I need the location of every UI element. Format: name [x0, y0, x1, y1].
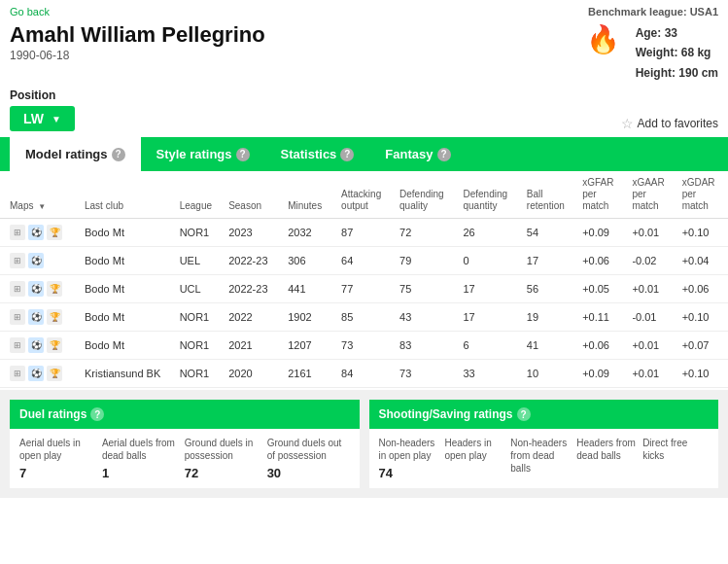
tab-statistics[interactable]: Statistics ?: [265, 137, 370, 171]
col-header-season: Season: [225, 171, 284, 219]
model-ratings-help-icon[interactable]: ?: [112, 148, 125, 161]
duel-stat-label: Ground duels out of possession: [267, 437, 350, 462]
shooting-ratings-card: Shooting/Saving ratings ? Non-headers in…: [369, 400, 719, 488]
duel-stat-col: Aerial duels in open play 7: [19, 437, 102, 480]
cell-xgfar: +0.06: [578, 332, 628, 360]
table-row[interactable]: ⊞ ⚽ 🏆 Bodo Mt NOR1 2023 2032 87 72 26 54…: [0, 219, 728, 247]
cell-minutes: 441: [284, 275, 337, 303]
col-header-attacking: Attacking output: [337, 171, 396, 219]
duel-stat-col: Ground duels out of possession 30: [267, 437, 350, 480]
benchmark-label: Benchmark league: USA1: [588, 6, 718, 18]
cell-attacking: 85: [337, 303, 396, 332]
cell-maps: ⊞ ⚽: [0, 247, 81, 275]
age-value: 33: [665, 26, 677, 40]
tab-model-ratings[interactable]: Model ratings ?: [10, 137, 141, 171]
shooting-stat-label: Direct free kicks: [642, 437, 709, 462]
cell-maps: ⊞ ⚽ 🏆: [0, 275, 81, 303]
cell-season: 2022-23: [225, 247, 284, 275]
duel-stat-label: Aerial duels in open play: [19, 437, 102, 462]
weight-value: 68 kg: [681, 46, 711, 59]
cell-defquantity: 17: [459, 303, 522, 332]
cell-xgdar: +0.07: [678, 332, 728, 360]
cell-xgdar: +0.06: [678, 275, 728, 303]
extra-icon: 🏆: [47, 366, 62, 381]
duel-stat-value: 1: [102, 466, 185, 480]
table-row[interactable]: ⊞ ⚽ 🏆 Bodo Mt UCL 2022-23 441 77 75 17 5…: [0, 275, 728, 303]
cell-attacking: 84: [337, 360, 396, 388]
col-header-xgaar: xGAAR per match: [628, 171, 677, 219]
table-row[interactable]: ⊞ ⚽ 🏆 Bodo Mt NOR1 2022 1902 85 43 17 19…: [0, 303, 728, 332]
cell-minutes: 1207: [284, 332, 337, 360]
col-header-defquality: Defending quality: [396, 171, 459, 219]
tab-model-ratings-label: Model ratings: [25, 147, 108, 161]
tab-fantasy[interactable]: Fantasy ?: [369, 137, 466, 171]
fantasy-help-icon[interactable]: ?: [437, 148, 451, 161]
shooting-ratings-help-icon[interactable]: ?: [517, 407, 531, 421]
fire-icon: 🔥: [586, 23, 620, 55]
shooting-stat-col: Non-headers in open play 74: [379, 437, 445, 480]
duel-stat-label: Ground duels in possession: [185, 437, 267, 462]
shooting-stat-label: Non-headers from dead balls: [510, 437, 576, 475]
tab-style-ratings-label: Style ratings: [156, 147, 232, 161]
cell-minutes: 2161: [284, 360, 337, 388]
duel-ratings-header: Duel ratings ?: [10, 400, 360, 429]
duel-stat-value: 30: [267, 466, 350, 480]
cell-defquality: 73: [396, 360, 459, 388]
map-icon: ⊞: [10, 281, 25, 297]
logo-icon: ⚽: [28, 281, 44, 297]
player-info: Amahl William Pellegrino 1990-06-18: [10, 23, 571, 62]
duel-stat-label: Aerial duels from dead balls: [102, 437, 185, 462]
go-back-link[interactable]: Go back: [10, 6, 50, 18]
cell-attacking: 64: [337, 247, 396, 275]
cell-league: NOR1: [176, 219, 225, 247]
cell-season: 2021: [225, 332, 284, 360]
extra-icon: 🏆: [47, 281, 62, 297]
weight-label: Weight:: [636, 46, 678, 59]
tab-style-ratings[interactable]: Style ratings ?: [141, 137, 265, 171]
cell-xgaar: +0.01: [628, 360, 677, 388]
player-dob: 1990-06-18: [10, 49, 571, 62]
logo-icon: ⚽: [28, 253, 44, 268]
add-to-favorites-button[interactable]: ☆ Add to favorites: [621, 116, 718, 131]
cell-xgdar: +0.10: [678, 219, 728, 247]
cell-defquality: 83: [396, 332, 459, 360]
cell-attacking: 87: [337, 219, 396, 247]
cell-xgaar: -0.02: [628, 247, 677, 275]
statistics-help-icon[interactable]: ?: [340, 148, 354, 161]
table-row[interactable]: ⊞ ⚽ Bodo Mt UEL 2022-23 306 64 79 0 17 +…: [0, 247, 728, 275]
cell-xgfar: +0.09: [578, 219, 628, 247]
style-ratings-help-icon[interactable]: ?: [236, 148, 250, 161]
cell-ball: 41: [523, 332, 578, 360]
cell-xgdar: +0.10: [678, 360, 728, 388]
height-label: Height:: [636, 66, 676, 80]
cell-maps: ⊞ ⚽ 🏆: [0, 219, 81, 247]
extra-icon: 🏆: [47, 337, 62, 353]
duel-ratings-title: Duel ratings: [19, 407, 87, 421]
shooting-stat-col: Headers in open play: [444, 437, 510, 480]
duel-ratings-help-icon[interactable]: ?: [90, 407, 104, 421]
cell-defquantity: 26: [459, 219, 522, 247]
position-value: LW: [23, 111, 44, 126]
cell-ball: 56: [523, 275, 578, 303]
table-row[interactable]: ⊞ ⚽ 🏆 Bodo Mt NOR1 2021 1207 73 83 6 41 …: [0, 332, 728, 360]
cell-defquantity: 0: [459, 247, 522, 275]
shooting-ratings-body: Non-headers in open play 74 Headers in o…: [369, 429, 719, 488]
position-dropdown[interactable]: LW ▼: [10, 106, 75, 131]
cell-club: Bodo Mt: [81, 303, 176, 332]
position-section: Position LW ▼: [10, 88, 75, 131]
cell-minutes: 1902: [284, 303, 337, 332]
table-row[interactable]: ⊞ ⚽ 🏆 Kristiansund BK NOR1 2020 2161 84 …: [0, 360, 728, 388]
cell-xgdar: +0.10: [678, 303, 728, 332]
col-header-league: League: [176, 171, 225, 219]
cell-maps: ⊞ ⚽ 🏆: [0, 360, 81, 388]
player-header: Amahl William Pellegrino 1990-06-18 🔥 Ag…: [0, 19, 728, 88]
player-stats: Age: 33 Weight: 68 kg Height: 190 cm: [636, 23, 718, 83]
cell-minutes: 2032: [284, 219, 337, 247]
map-icon: ⊞: [10, 366, 25, 381]
duel-stat-col: Ground duels in possession 72: [185, 437, 267, 480]
cell-xgdar: +0.04: [678, 247, 728, 275]
cell-club: Bodo Mt: [81, 275, 176, 303]
map-icon: ⊞: [10, 309, 25, 325]
logo-icon: ⚽: [28, 337, 44, 353]
cell-defquality: 75: [396, 275, 459, 303]
